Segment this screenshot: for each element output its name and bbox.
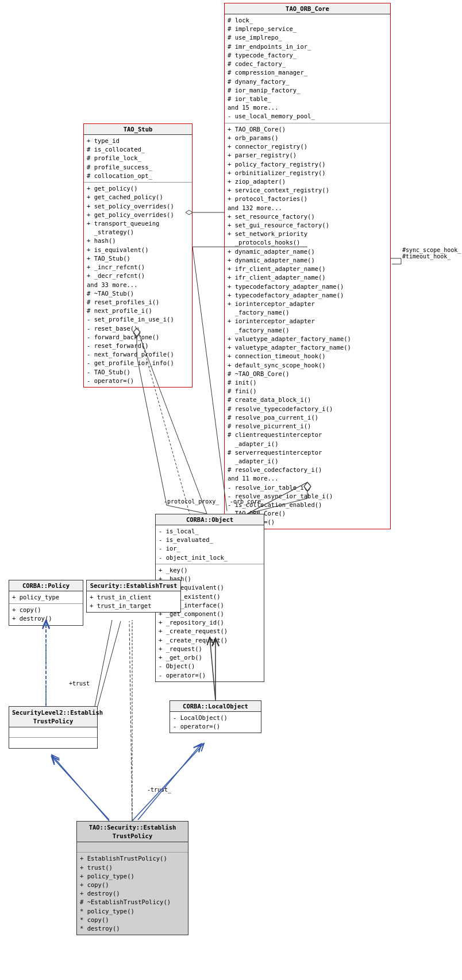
- security-level2-methods: [9, 738, 97, 748]
- tao-stub-methods: + get_policy() + get_cached_policy() + s…: [84, 183, 192, 387]
- corba-policy-box: CORBA::Policy + policy_type + copy() + d…: [9, 580, 83, 626]
- corba-local-object-title: CORBA::LocalObject: [170, 701, 261, 712]
- svg-line-24: [138, 744, 201, 820]
- tao-orb-core-title: TAO_ORB_Core: [225, 3, 390, 14]
- corba-policy-fields: + policy_type: [9, 591, 83, 604]
- svg-line-8: [52, 755, 109, 821]
- tao-stub-title: TAO_Stub: [84, 124, 192, 135]
- security-establish-trust-box: Security::EstablishTrust + trust_in_clie…: [86, 580, 181, 613]
- corba-policy-methods: + copy() + destroy(): [9, 604, 83, 625]
- tao-orb-core-fields: # lock_ # implrepo_service_ # use_implre…: [225, 14, 390, 123]
- tao-security-est-fields: [77, 842, 188, 853]
- tao-orb-core-methods: + TAO_ORB_Core() + orb_params() + connec…: [225, 123, 390, 529]
- sync-scope-label: #sync_scope_hook_#timeout_hook_: [402, 247, 461, 259]
- svg-line-23: [52, 757, 109, 820]
- trust-underscore-label: -trust_: [147, 787, 171, 793]
- trust-label: +trust: [69, 680, 90, 687]
- tao-security-establish-trust-policy-box: TAO::Security::EstablishTrustPolicy + Es…: [76, 821, 188, 935]
- security-establish-trust-fields: + trust_in_client + trust_in_target: [87, 591, 180, 612]
- tao-stub-box: TAO_Stub + type_id # is_collocated_ # pr…: [83, 123, 192, 388]
- tao-security-est-title: TAO::Security::EstablishTrustPolicy: [77, 822, 188, 842]
- corba-policy-title: CORBA::Policy: [9, 580, 83, 591]
- diagram-container: TAO_ORB_Core # lock_ # implrepo_service_…: [0, 0, 462, 980]
- security-establish-trust-title: Security::EstablishTrust: [87, 580, 180, 591]
- protocol-proxy-label: -protocol_proxy_: [164, 498, 219, 505]
- corba-local-object-methods: - LocalObject() - operator=(): [170, 712, 261, 733]
- corba-object-fields: - is_local_ - is_evaluated_ - ior_ - obj…: [156, 525, 264, 564]
- svg-line-22: [98, 621, 121, 706]
- tao-stub-fields: + type_id # is_collocated_ # profile_loc…: [84, 135, 192, 183]
- svg-line-7: [95, 620, 112, 706]
- security-level2-fields: [9, 727, 97, 738]
- corba-object-title: CORBA::Object: [156, 514, 264, 525]
- svg-line-9: [132, 743, 204, 821]
- svg-line-1: [192, 247, 227, 511]
- tao-security-est-methods: + EstablishTrustPolicy() + trust() + pol…: [77, 853, 188, 935]
- orb-core-label: -orb_core_: [230, 498, 264, 505]
- security-level2-establish-trust-policy-box: SecurityLevel2::EstablishTrustPolicy: [9, 706, 98, 749]
- svg-line-25: [129, 621, 132, 820]
- corba-local-object-box: CORBA::LocalObject - LocalObject() - ope…: [170, 700, 261, 733]
- security-level2-title: SecurityLevel2::EstablishTrustPolicy: [9, 707, 97, 727]
- tao-orb-core-box: TAO_ORB_Core # lock_ # implrepo_service_…: [224, 3, 391, 529]
